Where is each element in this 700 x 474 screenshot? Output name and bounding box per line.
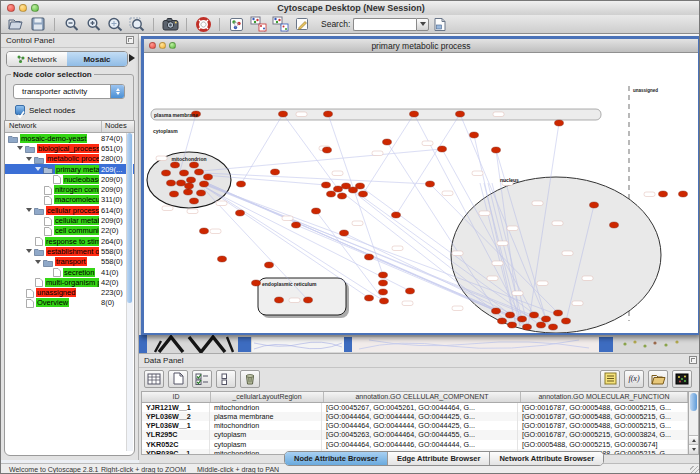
import-annotation-icon[interactable] [431, 16, 449, 32]
table-row[interactable]: YLR295Ccytoplasm[GO:0045263, GO:0044464,… [142, 430, 688, 439]
tree-scrollbar[interactable] [126, 133, 133, 451]
status-welcome: Welcome to Cytoscape 2.8.1 [9, 466, 98, 473]
toolbar-separator [54, 18, 55, 31]
zoom-selected-icon[interactable] [128, 16, 146, 32]
attribute-table-icon[interactable] [144, 370, 164, 388]
tree-item-biological-process[interactable]: biological_process 651(0) [5, 143, 134, 153]
network-view-window[interactable]: primary metabolic process [141, 36, 700, 335]
label-plasma-membrane: plasma membrane [154, 112, 198, 118]
file-icon [26, 294, 34, 312]
destroy-network-view-icon[interactable] [271, 16, 289, 32]
open-session-icon[interactable] [7, 16, 25, 32]
attribute-table: ID _cellularLayoutRegion annotation.GO C… [141, 391, 689, 455]
expand-arrow-icon[interactable] [17, 146, 23, 150]
vizmapper-icon[interactable] [227, 16, 245, 32]
tree-item-cellular-metabolic[interactable]: cellular metabo 209(0) [5, 215, 134, 225]
tab-scroll-right-icon[interactable] [129, 54, 135, 62]
tree-item-unassigned[interactable]: unassigned 223(0) [5, 287, 134, 297]
zoom-in-icon[interactable] [84, 16, 102, 32]
zoom-out-icon[interactable] [62, 16, 80, 32]
tree-scrollbar-thumb[interactable] [127, 133, 132, 303]
table-row[interactable]: YKR052Ccytoplasm[GO:0044464, GO:0044446,… [142, 440, 688, 449]
table-row[interactable]: YPL036W__1mitochondrion[GO:0044464, GO:0… [142, 421, 688, 430]
tree-header-network[interactable]: Network [5, 121, 102, 132]
label-nucleus: nucleus [500, 177, 519, 183]
checkmark-icon [16, 110, 26, 120]
tree-item-transport[interactable]: transport 558(0) [5, 257, 134, 267]
annotation-icon[interactable] [293, 16, 311, 32]
float-panel-icon[interactable] [689, 356, 697, 364]
snapshot-icon[interactable] [161, 16, 179, 32]
tab-network-attribute-browser[interactable]: Network Attribute Browser [490, 452, 603, 465]
select-attributes-icon[interactable] [192, 370, 212, 388]
select-nodes-checkbox-row[interactable]: Select nodes [15, 105, 75, 115]
resize-grip[interactable] [690, 466, 700, 474]
table-row[interactable]: YPL036W__2plasma membrane[GO:0044464, GO… [142, 412, 688, 421]
create-network-view-icon[interactable] [249, 16, 267, 32]
import-attributes-icon[interactable] [648, 370, 668, 388]
search-dropdown-button[interactable] [416, 18, 429, 31]
table-row[interactable]: YJR121W__1mitochondrion[GO:0045267, GO:0… [142, 403, 688, 412]
function-builder-icon[interactable]: f(x) [624, 370, 644, 388]
region-nucleus[interactable] [451, 177, 661, 333]
column-header-cellular-component[interactable]: annotation.GO CELLULAR_COMPONENT [324, 392, 521, 402]
group-legend: Node color selection [11, 70, 94, 79]
scroll-down-button[interactable] [689, 444, 698, 454]
expand-arrow-icon[interactable] [26, 208, 32, 212]
region-plasma-membrane[interactable] [151, 109, 601, 120]
network-tree: Network Nodes mosaic-demo-yeast 874(0) b… [4, 120, 135, 456]
tab-node-attribute-browser[interactable]: Node Attribute Browser [285, 452, 388, 465]
expand-arrow-icon[interactable] [35, 167, 41, 171]
tab-network[interactable]: Network [7, 52, 67, 66]
tree-header[interactable]: Network Nodes [5, 121, 134, 133]
table-scrollbar[interactable] [688, 391, 699, 455]
control-panel: Control Panel Network Mosaic Node color … [1, 34, 139, 460]
expand-arrow-icon[interactable] [26, 249, 32, 253]
unselect-attributes-icon[interactable] [216, 370, 236, 388]
tree-item-cellular-process[interactable]: cellular process 614(0) [5, 205, 134, 215]
network-window-titlebar[interactable]: primary metabolic process [144, 39, 698, 53]
float-panel-icon[interactable] [126, 36, 134, 44]
tree-item-primary-metabolic[interactable]: primary metabo 209(... [5, 164, 134, 174]
new-attribute-icon[interactable] [168, 370, 188, 388]
tree-item-secretion[interactable]: secretion 41(0) [5, 267, 134, 277]
attribute-matrix-icon[interactable] [672, 370, 692, 388]
attribute-browser-tabs: Node Attribute Browser Edge Attribute Br… [284, 451, 604, 466]
save-session-icon[interactable] [29, 16, 47, 32]
tab-mosaic[interactable]: Mosaic [67, 52, 127, 66]
network-canvas[interactable]: plasma membrane cytoplasm mitochondrion … [144, 53, 698, 333]
column-header-id[interactable]: ID [142, 392, 211, 402]
tree-item-nitrogen-compound[interactable]: nitrogen compo 209(0) [5, 184, 134, 194]
search-label: Search: [321, 19, 350, 29]
tab-edge-attribute-browser[interactable]: Edge Attribute Browser [388, 452, 490, 465]
main-toolbar: Search: [1, 15, 700, 34]
tree-item-overview[interactable]: Overview 8(0) [5, 298, 134, 308]
expand-arrow-icon[interactable] [35, 260, 41, 264]
search-dropdown-icon [420, 22, 426, 26]
node-color-dropdown[interactable]: transporter activity [13, 84, 125, 99]
tree-item-nucleobase[interactable]: nucleobase- 209(0) [5, 174, 134, 184]
delete-attribute-icon[interactable] [240, 370, 260, 388]
table-scrollbar-thumb[interactable] [690, 393, 697, 411]
search-input[interactable] [353, 18, 416, 31]
tree-item-response-to-stimulus[interactable]: response to stimulu 264(0) [5, 236, 134, 246]
label-unassigned: unassigned [633, 88, 658, 93]
tree-item-establishment-of-localization[interactable]: establishment of lo 558(0) [5, 246, 134, 256]
control-panel-tabs: Network Mosaic [6, 51, 128, 67]
tree-item-macromolecule[interactable]: macromolecule 311(0) [5, 195, 134, 205]
node-color-selection-group: Node color selection transporter activit… [5, 74, 134, 126]
help-lifebuoy-icon[interactable] [194, 16, 212, 32]
window-titlebar[interactable]: Cytoscape Desktop (New Session) [1, 1, 700, 16]
attribute-table-header[interactable]: ID _cellularLayoutRegion annotation.GO C… [142, 392, 688, 403]
zoom-fit-icon[interactable] [106, 16, 124, 32]
tree-item-multi-organism-process[interactable]: multi-organism pro 42(0) [5, 277, 134, 287]
attribute-list-icon[interactable] [600, 370, 620, 388]
tree-header-nodes[interactable]: Nodes [102, 121, 134, 132]
search-box [353, 18, 429, 31]
select-nodes-checkbox[interactable] [15, 105, 25, 115]
tree-item-cell-communication[interactable]: cell communicat 22(0) [5, 226, 134, 236]
tree-item-metabolic-process[interactable]: metabolic process 280(0) [5, 154, 134, 164]
column-header-region[interactable]: _cellularLayoutRegion [211, 392, 324, 402]
expand-arrow-icon[interactable] [26, 157, 32, 161]
column-header-molecular-function[interactable]: annotation.GO MOLECULAR_FUNCTION [521, 392, 688, 402]
